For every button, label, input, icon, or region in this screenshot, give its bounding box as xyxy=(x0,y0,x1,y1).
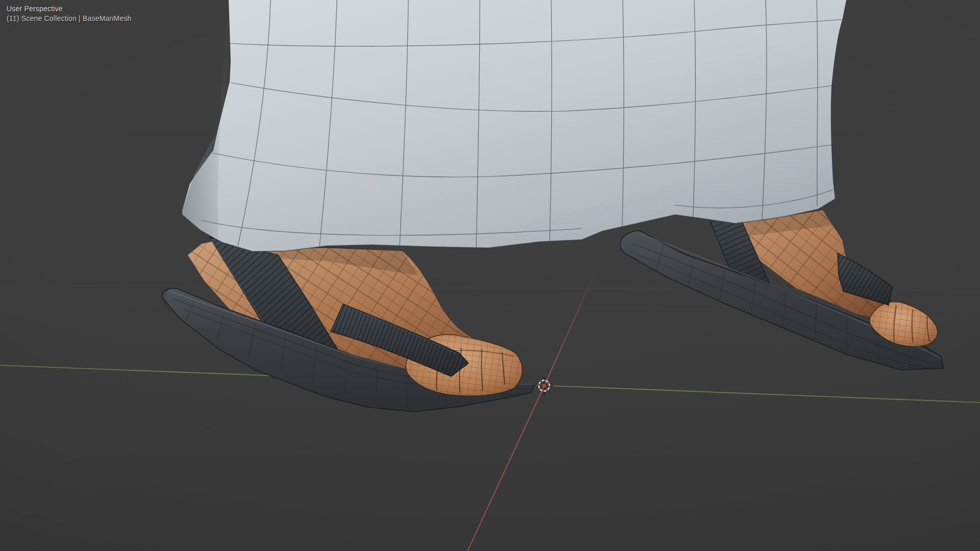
viewport-scene[interactable] xyxy=(0,0,980,551)
robe-mesh[interactable] xyxy=(182,0,846,252)
blender-3d-viewport[interactable]: User Perspective (11) Scene Collection |… xyxy=(0,0,980,551)
robe-surface[interactable] xyxy=(182,0,846,252)
view-mode-label: User Perspective xyxy=(7,4,63,13)
cursor-center-pixel xyxy=(544,385,545,386)
active-collection-label: (11) Scene Collection | BaseManMesh xyxy=(7,14,132,23)
